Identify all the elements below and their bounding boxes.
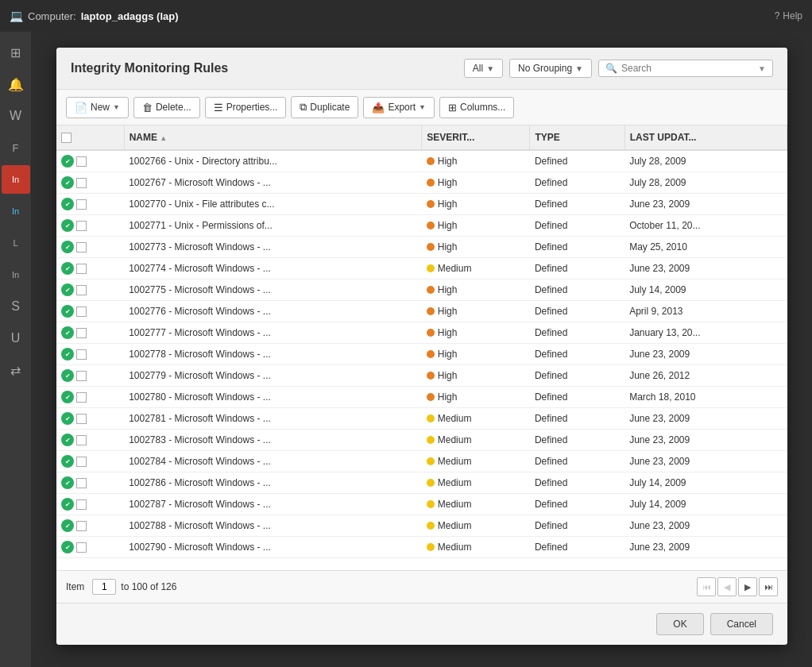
row-checkbox[interactable] [76,457,87,467]
row-type: Defined [530,430,624,451]
row-checkbox[interactable] [76,499,87,510]
row-checkbox[interactable] [76,264,87,274]
modal: Integrity Monitoring Rules All ▼ No Grou… [56,48,787,645]
prev-page-button[interactable]: ◀ [717,577,737,596]
row-checkbox[interactable] [76,392,87,403]
sidebar-item-logs[interactable]: L [2,229,30,257]
col-last-updated[interactable]: LAST UPDAT... [624,125,787,150]
filter-all-button[interactable]: All ▼ [464,59,503,78]
sidebar-item-integrity3[interactable]: In [2,260,30,289]
col-severity[interactable]: SEVERIT... [422,125,530,150]
row-checkbox[interactable] [76,178,87,188]
severity-dot [427,243,435,251]
row-checkbox[interactable] [76,285,87,295]
table-row[interactable]: ✔ 1002773 - Microsoft Windows - ...HighD… [56,237,787,258]
row-name: 1002767 - Microsoft Windows - ... [124,172,422,194]
row-checkbox[interactable] [76,199,87,210]
toolbar: 📄 New ▼ 🗑 Delete... ☰ Properties... ⧉ [56,90,787,125]
row-checkbox[interactable] [76,414,87,424]
sidebar-item-alerts[interactable]: 🔔 [2,70,30,98]
columns-button[interactable]: ⊞ Columns... [439,97,514,118]
row-severity: Medium [422,515,530,537]
table-scroll[interactable]: NAME ▲ SEVERIT... TYPE [56,125,787,570]
export-button[interactable]: 📤 Export ▼ [363,97,435,118]
sidebar-item-other[interactable]: ⇄ [2,356,30,384]
properties-button[interactable]: ☰ Properties... [205,97,287,118]
row-icons: ✔ [61,348,119,360]
last-page-button[interactable]: ⏭ [759,577,778,596]
table-row[interactable]: ✔ 1002776 - Microsoft Windows - ...HighD… [56,301,787,322]
col-type[interactable]: TYPE [530,125,624,150]
table-row[interactable]: ✔ 1002783 - Microsoft Windows - ...Mediu… [56,430,787,451]
table-row[interactable]: ✔ 1002790 - Microsoft Windows - ...Mediu… [56,537,787,558]
table-row[interactable]: ✔ 1002786 - Microsoft Windows - ...Mediu… [56,472,787,494]
row-checkbox[interactable] [76,542,87,553]
col-severity-label: SEVERIT... [427,132,474,143]
cancel-button[interactable]: Cancel [710,613,773,635]
table-row[interactable]: ✔ 1002784 - Microsoft Windows - ...Mediu… [56,451,787,472]
row-checkbox[interactable] [76,328,87,338]
row-checkbox[interactable] [76,242,87,253]
table-row[interactable]: ✔ 1002766 - Unix - Directory attribu...H… [56,150,787,172]
status-icon: ✔ [61,519,74,532]
table-row[interactable]: ✔ 1002781 - Microsoft Windows - ...Mediu… [56,408,787,430]
table-row[interactable]: ✔ 1002787 - Microsoft Windows - ...Mediu… [56,494,787,515]
table-row[interactable]: ✔ 1002771 - Unix - Permissions of...High… [56,215,787,237]
row-checkbox[interactable] [76,349,87,360]
row-checkbox[interactable] [76,478,87,488]
row-name: 1002788 - Microsoft Windows - ... [124,515,422,537]
row-checkbox[interactable] [76,521,87,531]
filter-dropdown-arrow: ▼ [486,64,494,73]
page-number-input[interactable] [92,579,116,595]
table-row[interactable]: ✔ 1002778 - Microsoft Windows - ...HighD… [56,344,787,365]
status-icon: ✔ [61,391,74,403]
row-type: Defined [530,451,624,472]
table-row[interactable]: ✔ 1002779 - Microsoft Windows - ...HighD… [56,365,787,387]
row-checkbox[interactable] [76,307,87,317]
sidebar-item-settings[interactable]: S [2,292,30,321]
ok-button[interactable]: OK [656,613,703,635]
sidebar-item-integrity2[interactable]: In [2,197,30,226]
duplicate-label: Duplicate [310,102,350,113]
new-button[interactable]: 📄 New ▼ [66,97,129,118]
sidebar-item-workload[interactable]: W [2,102,30,130]
row-type: Defined [530,150,624,172]
col-name[interactable]: NAME ▲ [124,125,422,150]
sidebar-item-rules[interactable]: U [2,324,30,353]
first-page-button[interactable]: ⏮ [697,577,716,596]
severity-dot [427,393,435,401]
row-type: Defined [530,172,624,194]
search-dropdown-arrow[interactable]: ▼ [758,64,766,73]
row-checkbox[interactable] [76,435,87,445]
next-page-button[interactable]: ▶ [738,577,757,596]
sidebar-item-integrity[interactable]: In [2,165,30,194]
row-last-updated: January 13, 20... [624,322,787,344]
grouping-button[interactable]: No Grouping ▼ [509,59,592,78]
col-name-label: NAME [130,132,157,143]
row-name: 1002786 - Microsoft Windows - ... [124,472,422,494]
table-row[interactable]: ✔ 1002767 - Microsoft Windows - ...HighD… [56,172,787,194]
delete-button[interactable]: 🗑 Delete... [133,97,200,118]
help-label[interactable]: Help [783,10,802,21]
row-icons: ✔ [61,541,119,553]
table-row[interactable]: ✔ 1002777 - Microsoft Windows - ...HighD… [56,322,787,344]
table-row[interactable]: ✔ 1002770 - Unix - File attributes c...H… [56,194,787,215]
table-row[interactable]: ✔ 1002788 - Microsoft Windows - ...Mediu… [56,515,787,537]
sidebar-item-files[interactable]: F [2,133,30,162]
row-checkbox[interactable] [76,221,87,231]
duplicate-button[interactable]: ⧉ Duplicate [291,96,358,118]
status-icon: ✔ [61,155,74,168]
table-row[interactable]: ✔ 1002774 - Microsoft Windows - ...Mediu… [56,258,787,280]
table-row[interactable]: ✔ 1002775 - Microsoft Windows - ...HighD… [56,280,787,301]
sidebar-item-overview[interactable]: ⊞ [2,38,30,67]
row-checkbox[interactable] [76,156,87,167]
row-checkbox[interactable] [76,371,87,381]
row-last-updated: April 9, 2013 [624,301,787,322]
search-input[interactable] [621,63,758,74]
search-icon: 🔍 [605,63,617,74]
search-box[interactable]: 🔍 ▼ [598,60,773,77]
table-row[interactable]: ✔ 1002780 - Microsoft Windows - ...HighD… [56,387,787,408]
properties-icon: ☰ [214,102,223,114]
row-severity: High [422,215,530,237]
select-all-checkbox[interactable] [61,133,72,143]
